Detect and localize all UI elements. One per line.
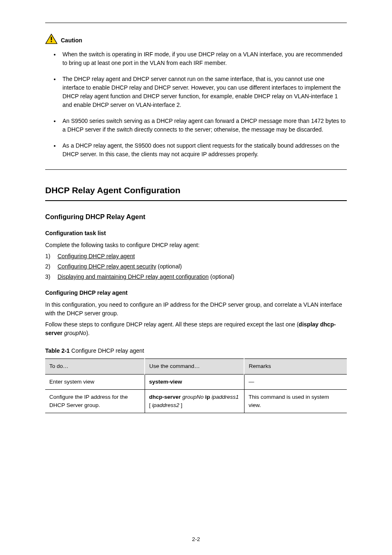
task-text: Configuring DHCP relay agent security (o… — [58, 262, 347, 271]
cell-bracket: ] — [179, 402, 182, 408]
table-cell: — — [244, 374, 347, 389]
caution-label: Caution — [61, 36, 82, 45]
table-caption-text: Configure DHCP relay agent — [70, 347, 144, 354]
caution-bullet: The DHCP relay agent and DHCP server can… — [60, 75, 347, 109]
task-text: Configuring DHCP relay agent — [58, 252, 347, 261]
caution-bullet: An S9500 series switch serving as a DHCP… — [60, 117, 347, 134]
section-separator — [45, 169, 347, 170]
task-number: 3) — [45, 273, 58, 281]
config-table: To do… Use the command… Remarks Enter sy… — [45, 358, 347, 413]
task-list: 1) Configuring DHCP relay agent 2) Confi… — [45, 252, 347, 281]
caution-icon — [45, 34, 58, 47]
svg-rect-1 — [51, 37, 52, 40]
cell-command: dhcp-server — [149, 394, 181, 400]
task-text: Displaying and maintaining DHCP relay ag… — [58, 273, 347, 281]
section-heading: DHCP Relay Agent Configuration — [45, 184, 347, 197]
task-link[interactable]: Displaying and maintaining DHCP relay ag… — [58, 273, 209, 280]
table-cell: Configure the IP address for the DHCP Se… — [45, 389, 145, 413]
paragraph: In this configuration, you need to confi… — [45, 301, 347, 318]
table-cell: dhcp-server groupNo ip ipaddress1 [ ipad… — [145, 389, 244, 413]
task-list-item: 1) Configuring DHCP relay agent — [45, 252, 347, 261]
task-link[interactable]: Configuring DHCP relay agent security — [58, 263, 156, 270]
task-suffix: (optional) — [156, 263, 182, 270]
cell-command: ip — [204, 394, 212, 400]
cell-arg: ipaddress2 — [152, 402, 179, 408]
paragraph-prefix: Follow these steps to configure DHCP rel… — [45, 321, 299, 328]
caution-bullet-list: When the switch is operating in IRF mode… — [45, 50, 347, 159]
table-row: Configure the IP address for the DHCP Se… — [45, 389, 347, 413]
paragraph: Follow these steps to configure DHCP rel… — [45, 320, 347, 338]
table-cell: This command is used in system view. — [244, 389, 347, 413]
cell-command: system-view — [149, 379, 182, 385]
paragraph: Complete the following tasks to configur… — [45, 241, 347, 250]
task-number: 1) — [45, 252, 58, 261]
table-header: Use the command… — [145, 359, 244, 374]
table-header: Remarks — [244, 359, 347, 374]
caution-bullet: When the switch is operating in IRF mode… — [60, 50, 347, 67]
cell-arg: groupNo — [182, 394, 204, 400]
caution-bullet: As a DHCP relay agent, the S9500 does no… — [60, 141, 347, 159]
task-list-item: 2) Configuring DHCP relay agent security… — [45, 262, 347, 271]
table-caption-id: Table 2-1 — [45, 347, 70, 354]
table-header-row: To do… Use the command… Remarks — [45, 359, 347, 374]
table-header: To do… — [45, 359, 145, 374]
cell-arg: ipaddress1 — [212, 394, 239, 400]
task-suffix: (optional) — [209, 273, 234, 280]
inline-arg: groupNo — [64, 330, 86, 336]
block-heading: Configuration task list — [45, 229, 347, 238]
table-cell: system-view — [145, 374, 244, 389]
block-heading: Configuring DHCP relay agent — [45, 289, 347, 297]
task-number: 2) — [45, 262, 58, 271]
table-caption: Table 2-1 Configure DHCP relay agent — [45, 347, 347, 355]
caution-header: Caution — [45, 34, 347, 47]
page-number: 2-2 — [0, 535, 392, 543]
section-heading-underline — [45, 200, 347, 201]
task-link[interactable]: Configuring DHCP relay agent — [58, 253, 135, 259]
table-cell: Enter system view — [45, 374, 145, 389]
svg-rect-2 — [51, 41, 52, 42]
table-row: Enter system view system-view — — [45, 374, 347, 389]
paragraph-suffix: ). — [86, 330, 90, 336]
subsection-heading: Configuring DHCP Relay Agent — [45, 212, 347, 222]
top-rule — [45, 23, 347, 23]
task-list-item: 3) Displaying and maintaining DHCP relay… — [45, 273, 347, 281]
